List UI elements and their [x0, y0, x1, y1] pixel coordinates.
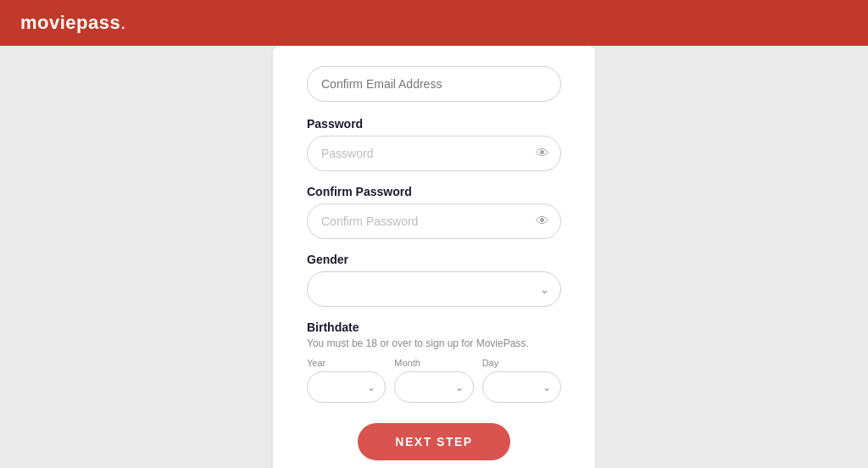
confirm-password-label: Confirm Password	[307, 185, 561, 198]
main-content: Password 👁 Confirm Password 👁 Gender Mal…	[0, 46, 868, 468]
birthdate-label: Birthdate	[307, 320, 561, 334]
year-label: Year	[307, 358, 386, 368]
confirm-password-input-wrapper: 👁	[307, 203, 561, 239]
birthdate-subtitle: You must be 18 or over to sign up for Mo…	[307, 337, 561, 349]
confirm-password-eye-icon[interactable]: 👁	[536, 214, 549, 229]
form-card: Password 👁 Confirm Password 👁 Gender Mal…	[273, 46, 595, 468]
day-label: Day	[482, 358, 561, 368]
logo: moviepass.	[20, 12, 126, 34]
gender-select[interactable]: Male Female Other Prefer not to say	[307, 271, 561, 307]
logo-text-light: movie	[20, 12, 76, 33]
password-input-wrapper: 👁	[307, 136, 561, 171]
confirm-password-group: Confirm Password 👁	[307, 185, 561, 239]
confirm-email-field	[307, 66, 561, 102]
password-label: Password	[307, 117, 561, 131]
month-select-wrapper: ⌄	[394, 371, 473, 403]
birthdate-row: Year ⌄ Month ⌄	[307, 358, 561, 403]
password-eye-icon[interactable]: 👁	[536, 146, 549, 161]
year-col: Year ⌄	[307, 358, 386, 403]
confirm-email-input[interactable]	[307, 66, 561, 102]
day-col: Day ⌄	[482, 358, 561, 403]
birthdate-group: Birthdate You must be 18 or over to sign…	[307, 320, 561, 403]
day-select[interactable]	[482, 371, 561, 403]
gender-group: Gender Male Female Other Prefer not to s…	[307, 253, 561, 307]
month-label: Month	[394, 358, 473, 368]
gender-select-wrapper: Male Female Other Prefer not to say ⌄	[307, 271, 561, 307]
year-select[interactable]	[307, 371, 386, 403]
day-select-wrapper: ⌄	[482, 371, 561, 403]
logo-dot: .	[120, 12, 126, 33]
month-select[interactable]	[394, 371, 473, 403]
gender-label: Gender	[307, 253, 561, 266]
app-header: moviepass.	[0, 0, 868, 46]
password-group: Password 👁	[307, 117, 561, 171]
confirm-password-input[interactable]	[307, 203, 561, 239]
next-step-button[interactable]: NEXT STEP	[358, 423, 510, 460]
password-input[interactable]	[307, 136, 561, 171]
logo-text-bold: pass	[76, 12, 120, 33]
month-col: Month ⌄	[394, 358, 473, 403]
year-select-wrapper: ⌄	[307, 371, 386, 403]
